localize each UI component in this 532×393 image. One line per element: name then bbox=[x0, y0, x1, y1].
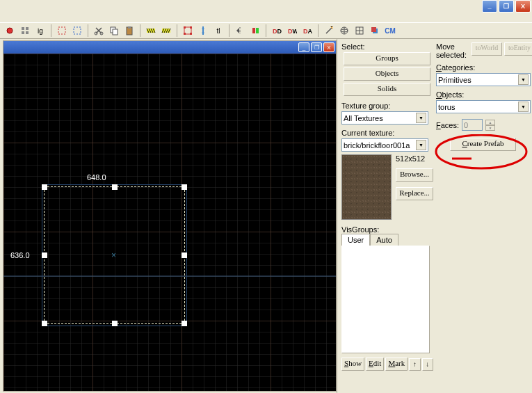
svg-point-0 bbox=[7, 28, 13, 33]
texture-size-label: 512x512 bbox=[396, 154, 433, 163]
viewport-canvas[interactable]: × 648.0 636.0 bbox=[3, 54, 336, 391]
toworld-button[interactable]: toWorld bbox=[471, 42, 502, 56]
move-up-button[interactable]: ↑ bbox=[409, 358, 420, 371]
window-close-button[interactable]: X bbox=[515, 0, 531, 13]
categories-value: Primitives bbox=[438, 76, 471, 84]
show-button[interactable]: Show bbox=[341, 358, 364, 371]
svg-rect-1 bbox=[22, 27, 24, 30]
tool-displacement-w-icon[interactable]: DW bbox=[285, 24, 299, 38]
right-panel: Select: Groups Objects Solids Texture gr… bbox=[337, 39, 532, 393]
objects-value: torus bbox=[438, 103, 455, 111]
handle-middle-left[interactable] bbox=[42, 252, 47, 258]
texture-preview bbox=[341, 154, 392, 220]
select-label: Select: bbox=[341, 42, 433, 51]
edit-button[interactable]: Edit bbox=[366, 358, 384, 371]
viewport-titlebar: _ ❐ X bbox=[3, 41, 336, 54]
tool-3d-icon[interactable] bbox=[368, 24, 382, 38]
categories-dropdown[interactable]: Primitives ▼ bbox=[436, 73, 531, 86]
faces-spinner[interactable]: ▲▼ bbox=[485, 120, 495, 131]
svg-rect-6 bbox=[74, 27, 81, 34]
current-texture-value: brick/brickfloor001a bbox=[344, 141, 410, 150]
replace-texture-button[interactable]: Replace... bbox=[396, 187, 433, 200]
viewport-maximize-button[interactable]: ❐ bbox=[311, 42, 322, 52]
handle-bottom-right[interactable] bbox=[182, 321, 187, 326]
tool-displacement-red-icon[interactable]: DD bbox=[270, 24, 284, 38]
categories-label: Categories: bbox=[436, 63, 532, 72]
window-restore-button[interactable]: ❐ bbox=[499, 0, 514, 13]
tool-red-dot-icon[interactable] bbox=[3, 24, 17, 38]
toentity-button[interactable]: toEntity bbox=[504, 42, 532, 56]
dropdown-arrow-icon: ▼ bbox=[518, 102, 529, 112]
tool-th-icon[interactable] bbox=[18, 24, 32, 38]
mark-button[interactable]: Mark bbox=[385, 358, 408, 371]
viewport-frame: _ ❐ X bbox=[0, 39, 337, 393]
handle-top-left[interactable] bbox=[42, 184, 47, 190]
svg-rect-19 bbox=[190, 33, 192, 35]
objects-dropdown-label: Objects: bbox=[436, 90, 532, 99]
svg-rect-18 bbox=[184, 33, 186, 35]
dropdown-arrow-icon: ▼ bbox=[416, 113, 426, 123]
tool-displacement-a-icon[interactable]: DA bbox=[300, 24, 314, 38]
tool-bound-icon[interactable] bbox=[181, 24, 195, 38]
browse-texture-button[interactable]: Browse... bbox=[396, 168, 433, 182]
tool-caution2-icon[interactable] bbox=[159, 24, 173, 38]
visgroups-tabs: User Auto bbox=[341, 234, 433, 246]
select-groups-button[interactable]: Groups bbox=[344, 52, 430, 65]
tool-cm-text-icon[interactable]: CM bbox=[383, 24, 397, 38]
texture-group-dropdown[interactable]: All Textures ▼ bbox=[341, 111, 428, 125]
dropdown-arrow-icon: ▼ bbox=[518, 74, 529, 85]
tool-copy-icon[interactable] bbox=[107, 24, 121, 38]
svg-rect-10 bbox=[113, 29, 118, 35]
svg-rect-24 bbox=[252, 28, 255, 33]
svg-rect-25 bbox=[256, 28, 259, 33]
faces-label: Faces: bbox=[436, 121, 459, 129]
svg-point-21 bbox=[202, 28, 204, 30]
current-texture-label: Current texture: bbox=[341, 129, 433, 137]
svg-text:DD: DD bbox=[273, 28, 282, 35]
handle-middle-right[interactable] bbox=[182, 252, 187, 258]
select-objects-button[interactable]: Objects bbox=[344, 67, 430, 81]
svg-rect-36 bbox=[371, 27, 376, 32]
svg-rect-3 bbox=[22, 31, 24, 34]
svg-rect-4 bbox=[26, 31, 29, 34]
texture-group-value: All Textures bbox=[344, 114, 383, 122]
tool-paste-icon[interactable] bbox=[122, 24, 136, 38]
current-texture-dropdown[interactable]: brick/brickfloor001a ▼ bbox=[341, 138, 428, 152]
handle-top-right[interactable] bbox=[182, 184, 187, 190]
objects-dropdown[interactable]: torus ▼ bbox=[436, 100, 531, 113]
texture-group-label: Texture group: bbox=[341, 102, 433, 110]
tool-vert-line-icon[interactable] bbox=[196, 24, 210, 38]
tool-grid-icon[interactable] bbox=[353, 24, 366, 38]
handle-bottom-left[interactable] bbox=[42, 321, 47, 326]
window-minimize-button[interactable]: _ bbox=[482, 0, 497, 13]
tool-flip1-icon[interactable] bbox=[233, 24, 247, 38]
move-down-button[interactable]: ↓ bbox=[422, 358, 433, 371]
dropdown-arrow-icon: ▼ bbox=[416, 140, 426, 150]
viewport-close-button[interactable]: X bbox=[323, 42, 334, 52]
tab-auto[interactable]: Auto bbox=[370, 234, 398, 246]
height-dimension-label: 636.0 bbox=[10, 251, 30, 259]
visgroups-list[interactable] bbox=[341, 246, 430, 353]
tool-caution1-icon[interactable] bbox=[144, 24, 158, 38]
svg-rect-12 bbox=[128, 26, 131, 29]
faces-input[interactable] bbox=[462, 119, 483, 131]
select-solids-button[interactable]: Solids bbox=[344, 83, 430, 96]
tool-dashed-blue-icon[interactable] bbox=[70, 24, 84, 38]
tool-tl-text-icon[interactable]: tl bbox=[211, 24, 225, 38]
create-prefab-button[interactable]: Create Prefab bbox=[450, 138, 516, 151]
svg-rect-16 bbox=[184, 26, 186, 29]
viewport-window: _ ❐ X bbox=[3, 40, 337, 392]
handle-top-middle[interactable] bbox=[112, 184, 118, 190]
move-selected-label: Moveselected: bbox=[436, 42, 469, 59]
tool-globe-icon[interactable] bbox=[337, 24, 351, 38]
tool-ig-text-icon[interactable]: ig bbox=[33, 24, 47, 38]
tab-user[interactable]: User bbox=[341, 234, 370, 246]
viewport-minimize-button[interactable]: _ bbox=[298, 42, 309, 52]
svg-rect-5 bbox=[58, 27, 65, 34]
tool-dashed-select-icon[interactable] bbox=[55, 24, 69, 38]
handle-bottom-middle[interactable] bbox=[112, 321, 118, 326]
tool-cut-icon[interactable] bbox=[92, 24, 106, 38]
tool-wand-icon[interactable] bbox=[322, 24, 336, 38]
tool-flip2-icon[interactable] bbox=[248, 24, 262, 38]
width-dimension-label: 648.0 bbox=[87, 173, 106, 182]
